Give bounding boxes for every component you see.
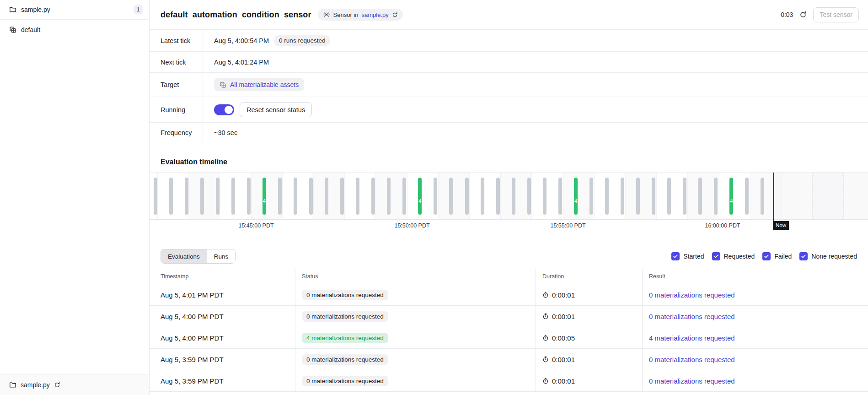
result-link[interactable]: 0 materializations requested (649, 313, 735, 320)
timeline-tick-bar[interactable] (543, 178, 547, 215)
reload-location-icon[interactable] (54, 382, 60, 388)
timeline-tick-bar[interactable] (325, 178, 328, 215)
timeline-time-label: 15:45:00 PDT (238, 222, 273, 229)
timestamp-cell: Aug 5, 4:00 PM PDT (150, 306, 295, 327)
timeline-time-label: 15:50:00 PDT (394, 222, 429, 229)
column-header-status: Status (295, 269, 536, 284)
running-toggle[interactable] (214, 104, 234, 115)
sidebar-item-default[interactable]: default (0, 20, 149, 40)
timeline-tick-bar[interactable] (527, 178, 531, 215)
timeline-tick-bar[interactable] (449, 178, 453, 215)
result-cell: 0 materializations requested (643, 306, 868, 327)
now-marker-line (773, 173, 774, 221)
timeline-tick-bar[interactable] (683, 178, 686, 215)
timeline-tick-bar[interactable] (698, 178, 702, 215)
result-cell: 4 materializations requested (643, 327, 868, 348)
filter-checkbox-requested[interactable]: Requested (712, 252, 755, 260)
timeline-tick-bar[interactable] (558, 178, 562, 215)
sidebar-footer: sample.py (0, 374, 149, 395)
result-link[interactable]: 0 materializations requested (649, 356, 735, 363)
timeline-tick-bar[interactable] (216, 178, 220, 215)
filter-checkbox-none-requested[interactable]: None requested (799, 252, 857, 260)
timeline-tick-bar[interactable] (387, 178, 391, 215)
info-label: Running (150, 97, 203, 122)
timeline-tick-bar[interactable] (371, 178, 375, 215)
column-header-result: Result (643, 269, 868, 284)
tick-run-count-label: 4 (418, 198, 422, 204)
tab-runs[interactable]: Runs (207, 249, 236, 263)
reload-icon[interactable] (392, 12, 398, 18)
timeline-tick-bar[interactable] (402, 178, 406, 215)
timeline-tick-bar[interactable] (185, 178, 188, 215)
timeline-tick-bar[interactable] (636, 178, 640, 215)
duration-value: 0:00:05 (552, 334, 575, 342)
target-pill-label: All materializable assets (230, 81, 299, 88)
timeline-tick-bar[interactable] (294, 178, 297, 215)
checkbox-icon (712, 252, 720, 260)
result-link[interactable]: 0 materializations requested (649, 291, 735, 299)
timeline-tick-bar[interactable] (309, 178, 313, 215)
tab-evaluations[interactable]: Evaluations (161, 249, 207, 263)
timeline-tick-bar-requested[interactable]: 4 (574, 178, 578, 215)
code-location-link[interactable]: sample.py (361, 11, 388, 18)
evaluations-table: TimestampStatusDurationResult Aug 5, 4:0… (150, 269, 868, 392)
table-row: Aug 5, 4:00 PM PDT0 materializations req… (150, 306, 868, 327)
timeline-tick-bar[interactable] (605, 178, 609, 215)
timeline-tick-bar[interactable] (761, 178, 764, 215)
sensor-origin-badge: Sensor in sample.py (318, 9, 403, 21)
timeline-stripe (220, 173, 251, 219)
sidebar: sample.py 1 default sample.py (0, 0, 150, 395)
refresh-icon-button[interactable] (799, 11, 807, 18)
timeline-tick-bar[interactable] (247, 178, 251, 215)
duration-value: 0:00:01 (552, 377, 575, 385)
timeline-tick-bar[interactable] (714, 178, 718, 215)
reset-sensor-status-button[interactable]: Reset sensor status (240, 102, 312, 117)
timeline-tick-bar[interactable] (231, 178, 235, 215)
timeline-tick-bar[interactable] (621, 178, 624, 215)
timeline-tick-bar[interactable] (512, 178, 515, 215)
timeline-tick-bar-requested[interactable]: 4 (418, 178, 422, 215)
status-filters: StartedRequestedFailedNone requested (671, 252, 857, 260)
target-assets-link[interactable]: All materializable assets (214, 78, 304, 91)
test-sensor-button[interactable]: Test sensor (813, 7, 859, 22)
timeline-tick-bar[interactable] (745, 178, 749, 215)
timeline-tick-bar[interactable] (434, 178, 437, 215)
timeline-tick-bar[interactable] (278, 178, 282, 215)
timeline-tick-bar[interactable] (340, 178, 344, 215)
timeline-tick-bar-requested[interactable]: 4 (263, 178, 266, 215)
status-pill-gray: 0 materializations requested (302, 376, 388, 386)
filter-label: Failed (774, 253, 792, 260)
sidebar-item-sample-py[interactable]: sample.py 1 (0, 0, 149, 20)
duration-cell: 0:00:01 (536, 349, 643, 370)
timeline-stripe (469, 173, 500, 219)
frequency-value: ~30 sec (214, 129, 237, 136)
timeline-tick-bar[interactable] (200, 178, 204, 215)
timeline-tick-bar[interactable] (481, 178, 484, 215)
info-row-frequency: Frequency ~30 sec (150, 123, 868, 143)
next-tick-value: Aug 5, 4:01:24 PM (214, 59, 269, 66)
result-link[interactable]: 0 materializations requested (649, 377, 735, 385)
badge-prefix: Sensor in (333, 11, 359, 18)
refresh-countdown: 0:03 (781, 11, 793, 18)
info-label: Latest tick (150, 30, 203, 51)
filter-label: None requested (811, 253, 857, 260)
timeline-tick-bar[interactable] (667, 178, 671, 215)
column-header-timestamp: Timestamp (150, 269, 295, 284)
timeline-tick-bar[interactable] (356, 178, 359, 215)
timeline-tick-bar[interactable] (169, 178, 173, 215)
result-cell: 0 materializations requested (643, 349, 868, 370)
status-cell: 0 materializations requested (295, 349, 536, 370)
timeline-tick-bar[interactable] (465, 178, 469, 215)
timeline-tick-bar[interactable] (154, 178, 157, 215)
timeline-tick-bar[interactable] (652, 178, 655, 215)
result-link[interactable]: 4 materializations requested (649, 334, 735, 342)
tick-run-count-label: 4 (729, 198, 733, 204)
asset-group-icon (9, 26, 16, 33)
filter-checkbox-started[interactable]: Started (671, 252, 704, 260)
timeline-tick-bar-requested[interactable]: 4 (729, 178, 733, 215)
sidebar-item-label: sample.py (21, 6, 129, 13)
timeline-axis-labels: 15:45:00 PDT15:50:00 PDT15:55:00 PDT16:0… (150, 220, 868, 233)
timeline-tick-bar[interactable] (496, 178, 500, 215)
filter-checkbox-failed[interactable]: Failed (762, 252, 792, 260)
timeline-tick-bar[interactable] (589, 178, 593, 215)
